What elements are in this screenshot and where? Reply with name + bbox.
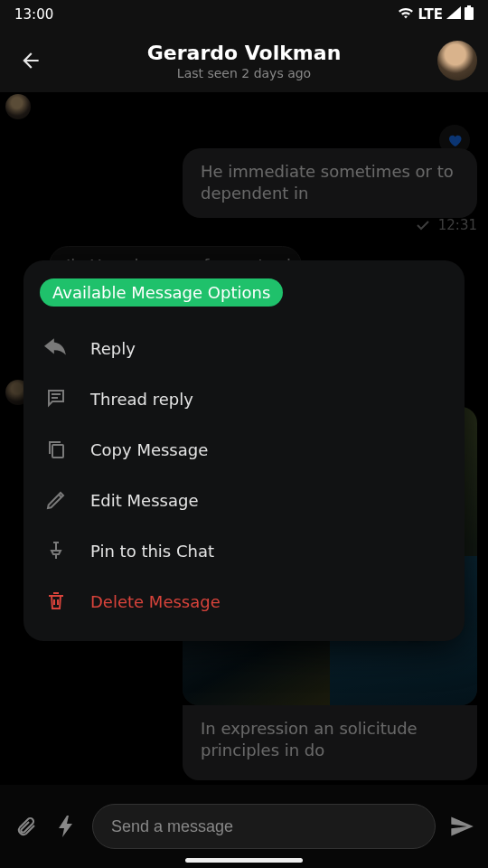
option-copy-message[interactable]: Copy Message	[40, 424, 448, 475]
option-pin-to-chat[interactable]: Pin to this Chat	[40, 525, 448, 576]
quick-action-button[interactable]	[52, 813, 80, 840]
send-icon	[449, 814, 474, 839]
contact-name: Gerardo Volkman	[61, 42, 427, 64]
avatar[interactable]	[437, 41, 477, 80]
reply-icon	[43, 335, 69, 361]
svg-rect-0	[465, 7, 474, 20]
svg-rect-1	[467, 5, 471, 7]
option-thread-reply[interactable]: Thread reply	[40, 373, 448, 424]
option-label: Pin to this Chat	[90, 542, 214, 561]
network-label: LTE	[418, 6, 443, 23]
status-indicators: LTE	[398, 5, 474, 24]
home-indicator[interactable]	[185, 858, 303, 863]
option-reply[interactable]: Reply	[40, 323, 448, 373]
svg-rect-2	[52, 445, 63, 458]
signal-icon	[446, 6, 461, 23]
thread-icon	[43, 386, 69, 411]
option-edit-message[interactable]: Edit Message	[40, 475, 448, 525]
status-bar: 13:00 LTE	[0, 0, 488, 29]
attachment-button[interactable]	[13, 813, 40, 840]
lightning-icon	[57, 816, 75, 837]
composer	[0, 785, 488, 868]
sheet-title-badge: Available Message Options	[40, 278, 283, 307]
battery-icon	[465, 5, 474, 24]
status-time: 13:00	[14, 6, 53, 23]
option-label: Copy Message	[90, 440, 208, 459]
arrow-left-icon	[19, 49, 42, 72]
option-label: Delete Message	[90, 592, 221, 611]
message-options-sheet: Available Message Options Reply Thread r…	[23, 260, 465, 641]
pencil-icon	[43, 487, 69, 513]
copy-icon	[43, 437, 69, 462]
back-button[interactable]	[11, 41, 51, 80]
option-label: Reply	[90, 339, 136, 358]
send-button[interactable]	[448, 813, 475, 840]
wifi-icon	[398, 6, 414, 23]
option-label: Thread reply	[90, 390, 193, 409]
paperclip-icon	[15, 816, 37, 837]
trash-icon	[43, 589, 69, 614]
pin-icon	[43, 538, 69, 563]
header-titles[interactable]: Gerardo Volkman Last seen 2 days ago	[61, 42, 427, 80]
option-delete-message[interactable]: Delete Message	[40, 576, 448, 627]
option-label: Edit Message	[90, 491, 198, 510]
chat-header: Gerardo Volkman Last seen 2 days ago	[0, 29, 488, 92]
last-seen: Last seen 2 days ago	[61, 66, 427, 80]
message-input[interactable]	[92, 804, 436, 849]
